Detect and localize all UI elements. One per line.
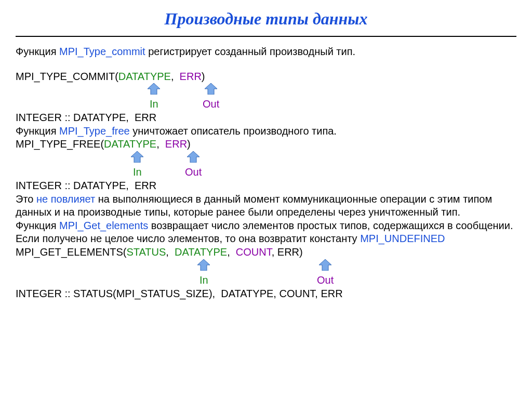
intro-line: Функция MPI_Type_commit регистрирует соз… (16, 45, 516, 59)
call-free-signature: MPI_TYPE_FREE(DATATYPE, ERR) (16, 138, 516, 151)
arrow-row-3 (16, 259, 516, 274)
arrow-row-1 (16, 83, 516, 98)
comma-2: , (156, 138, 165, 150)
paragraph-get-elements: Функция MPI_Get_elements возвращает числ… (16, 219, 516, 246)
arg-err-2: ERR (165, 138, 187, 150)
up-arrow-icon (204, 83, 218, 95)
free-line: Функция MPI_Type_free уничтожает описате… (16, 125, 516, 138)
close-3: ) (299, 246, 303, 258)
arg-datatype-3: DATATYPE (175, 246, 227, 258)
arg-count: COUNT (236, 246, 272, 258)
call-get-elements-signature: MPI_GET_ELEMENTS(STATUS, DATATYPE, COUNT… (16, 246, 516, 259)
label-row-2: In Out (16, 166, 516, 179)
fn-free: MPI_Type_free (59, 125, 130, 137)
decl-3: INTEGER :: STATUS(MPI_STATUS_SIZE), DATA… (16, 287, 516, 301)
const-undefined: MPI_UNDEFINED (360, 233, 445, 244)
decl-1: INTEGER :: DATATYPE, ERR (16, 111, 516, 125)
label-row-1: In Out (16, 98, 516, 111)
label-out-2: Out (185, 166, 202, 179)
label-in-3: In (200, 274, 208, 287)
p4-prefix: Функция (16, 220, 59, 231)
close-1: ) (202, 71, 205, 82)
label-row-3: In Out (16, 274, 516, 287)
label-out-3: Out (317, 274, 334, 287)
call-commit-signature: MPI_TYPE_COMMIT(DATATYPE, ERR) (16, 70, 516, 84)
call-commit-name: MPI_TYPE_COMMIT( (16, 71, 118, 82)
arg-err-1: ERR (180, 71, 202, 82)
arg-datatype-1: DATATYPE (118, 71, 171, 82)
arg-status: STATUS (126, 246, 166, 258)
up-arrow-icon (130, 151, 144, 163)
label-in-1: In (150, 98, 158, 111)
close-2: ) (187, 138, 191, 150)
arg-err-3: ERR (277, 246, 299, 258)
slide-title: Производные типы данных (0, 9, 532, 29)
call-free-name: MPI_TYPE_FREE( (16, 138, 104, 150)
arrow-row-2 (16, 151, 516, 166)
slide-body: Функция MPI_Type_commit регистрирует соз… (16, 45, 516, 300)
p3-prefix: Это (16, 193, 36, 205)
fn-commit: MPI_Type_commit (59, 46, 145, 57)
decl-2: INTEGER :: DATATYPE, ERR (16, 179, 516, 193)
up-arrow-icon (186, 151, 201, 163)
intro-suffix: регистрирует созданный производный тип. (145, 46, 355, 57)
comma-1: , (171, 71, 180, 82)
free-suffix: уничтожает описатель производного типа. (130, 125, 337, 137)
up-arrow-icon (196, 259, 211, 271)
p3-blue: не повлияет (36, 193, 95, 205)
paragraph-impact: Это не повлияет на выполняющиеся в данны… (16, 193, 516, 219)
up-arrow-icon (147, 83, 161, 95)
divider (16, 36, 516, 37)
label-out-1: Out (203, 98, 219, 111)
free-prefix: Функция (16, 125, 59, 137)
arg-datatype-2: DATATYPE (104, 138, 156, 150)
intro-prefix: Функция (16, 46, 59, 57)
call3-name: MPI_GET_ELEMENTS( (16, 246, 126, 258)
label-in-2: In (133, 166, 142, 179)
up-arrow-icon (318, 259, 332, 271)
fn-get-elements: MPI_Get_elements (59, 220, 148, 231)
